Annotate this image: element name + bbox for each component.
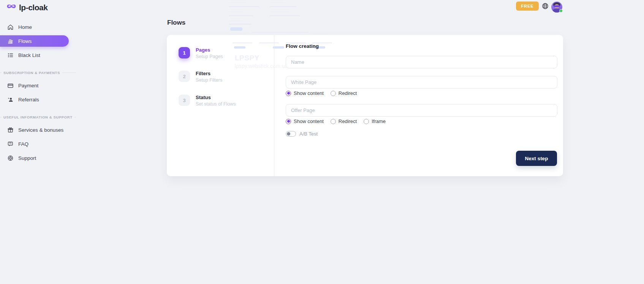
step-number: 2	[179, 71, 190, 82]
sidebar-item-label: Flows	[18, 38, 32, 44]
sidebar-item-label: Black List	[18, 52, 40, 58]
referral-user-icon	[7, 96, 14, 103]
page-title: Flows	[167, 19, 185, 27]
offer-page-mode-radios: Show content Redirect Iframe	[286, 118, 386, 124]
section-header-support: USEFUL INFORMATION & SUPPORT	[0, 113, 76, 121]
plan-badge[interactable]: FREE	[516, 2, 539, 11]
step-number: 1	[179, 47, 190, 58]
sidebar-item-payment[interactable]: Payment	[0, 80, 76, 91]
next-step-button[interactable]: Next step	[516, 151, 557, 166]
radio-redirect[interactable]: Redirect	[331, 118, 357, 124]
radio-selected-icon	[286, 119, 291, 124]
radio-iframe[interactable]: Iframe	[364, 118, 386, 124]
step-status[interactable]: 3 Status Set status of Flows	[179, 95, 236, 107]
radio-unselected-icon	[331, 119, 336, 124]
sidebar: lp-cloak Home Flows	[0, 0, 76, 284]
sidebar-item-label: Home	[18, 24, 32, 30]
sidebar-nav: Home Flows Black List	[0, 21, 76, 166]
sidebar-item-services[interactable]: Services & bonuses	[0, 124, 76, 136]
ab-test-toggle-row[interactable]: A/B Test	[286, 131, 318, 137]
flows-icon	[7, 38, 14, 44]
card-divider	[274, 35, 274, 176]
sidebar-item-support[interactable]: Support	[0, 152, 76, 164]
online-status-dot	[559, 9, 563, 13]
sidebar-item-label: Payment	[18, 83, 38, 88]
brand-logo[interactable]: lp-cloak	[6, 3, 47, 12]
step-number: 3	[179, 95, 190, 106]
sidebar-item-referrals[interactable]: Referrals	[0, 94, 76, 105]
radio-show-content[interactable]: Show content	[286, 118, 324, 124]
sidebar-item-label: Services & bonuses	[18, 127, 63, 133]
radio-unselected-icon	[331, 91, 336, 96]
step-subtitle: Setup Filters	[196, 77, 222, 83]
radio-unselected-icon	[364, 119, 369, 124]
flow-creating-card-content: 1 Pages Setup Pages 2 Filters Setup Filt…	[167, 35, 563, 176]
faq-bubble-icon: ?!	[7, 141, 14, 147]
ab-test-label: A/B Test	[299, 131, 318, 137]
offer-page-input[interactable]	[286, 104, 557, 117]
radio-show-content[interactable]: Show content	[286, 90, 324, 96]
form-title: Flow creating	[286, 43, 319, 49]
language-globe-icon[interactable]	[542, 3, 549, 9]
svg-text:?!: ?!	[9, 142, 11, 145]
sidebar-item-home[interactable]: Home	[0, 21, 76, 33]
sidebar-item-label: Referrals	[18, 97, 39, 103]
section-header-subscription: SUBSCRIPTION & PAYMENTS	[0, 69, 76, 76]
sidebar-item-label: FAQ	[18, 141, 28, 147]
brand-name: lp-cloak	[19, 3, 47, 12]
lifebuoy-icon	[7, 155, 14, 161]
mask-logo-icon	[6, 3, 16, 12]
step-subtitle: Setup Pages	[196, 54, 223, 59]
white-page-mode-radios: Show content Redirect	[286, 90, 357, 96]
list-icon	[7, 52, 14, 58]
step-title: Filters	[196, 71, 222, 76]
step-title: Pages	[196, 47, 223, 53]
step-pages[interactable]: 1 Pages Setup Pages	[179, 47, 223, 59]
step-filters[interactable]: 2 Filters Setup Filters	[179, 71, 222, 83]
sidebar-item-black-list[interactable]: Black List	[0, 49, 76, 61]
ab-test-toggle[interactable]	[286, 131, 296, 137]
radio-redirect[interactable]: Redirect	[331, 90, 357, 96]
flow-name-input[interactable]	[286, 56, 557, 68]
white-page-input[interactable]	[286, 76, 557, 88]
sidebar-item-flows[interactable]: Flows	[0, 35, 69, 47]
home-icon	[7, 24, 14, 30]
sidebar-item-faq[interactable]: ?! FAQ	[0, 138, 76, 150]
step-subtitle: Set status of Flows	[196, 101, 236, 107]
step-title: Status	[196, 95, 236, 100]
gift-icon	[7, 127, 14, 133]
credit-card-icon	[7, 82, 14, 89]
sidebar-item-label: Support	[18, 155, 36, 161]
radio-selected-icon	[286, 91, 291, 96]
